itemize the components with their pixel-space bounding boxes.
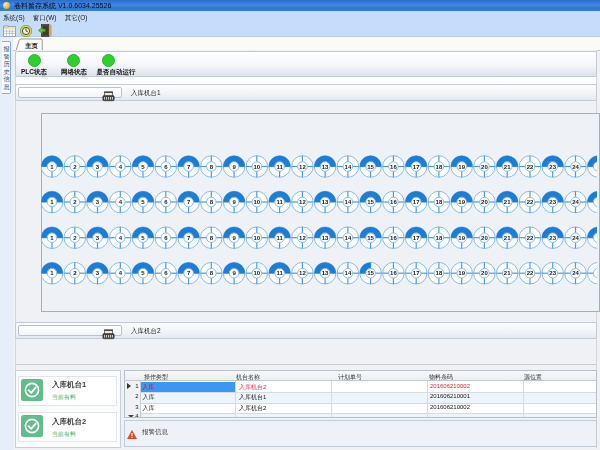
svg-text:11: 11: [276, 199, 283, 205]
svg-text:22: 22: [527, 199, 534, 205]
svg-text:息: 息: [2, 83, 10, 90]
svg-text:13: 13: [322, 235, 329, 241]
svg-text:20: 20: [481, 270, 488, 276]
svg-text:20: 20: [481, 199, 488, 205]
svg-text:10: 10: [253, 235, 260, 241]
svg-text:17: 17: [413, 199, 420, 205]
svg-text:22: 22: [527, 235, 534, 241]
svg-text:22: 22: [527, 164, 534, 170]
svg-text:20: 20: [481, 235, 488, 241]
svg-text:17: 17: [413, 235, 420, 241]
svg-text:21: 21: [504, 270, 511, 276]
svg-text:10: 10: [253, 164, 260, 170]
svg-text:18: 18: [436, 235, 443, 241]
svg-text:21: 21: [504, 164, 511, 170]
svg-text:12: 12: [299, 270, 306, 276]
svg-text:12: 12: [299, 199, 306, 205]
svg-text:13: 13: [322, 270, 329, 276]
svg-text:18: 18: [436, 164, 443, 170]
svg-text:13: 13: [322, 199, 329, 205]
svg-text:10: 10: [253, 270, 260, 276]
svg-text:16: 16: [390, 235, 397, 241]
svg-text:24: 24: [572, 164, 579, 170]
svg-text:19: 19: [458, 164, 465, 170]
svg-text:24: 24: [572, 199, 579, 205]
svg-text:报: 报: [2, 45, 9, 52]
svg-text:21: 21: [504, 235, 511, 241]
svg-text:24: 24: [572, 235, 579, 241]
svg-text:18: 18: [436, 199, 443, 205]
svg-text:18: 18: [436, 270, 443, 276]
svg-text:12: 12: [299, 235, 306, 241]
svg-text:20: 20: [481, 164, 488, 170]
svg-text:15: 15: [367, 270, 374, 276]
svg-text:17: 17: [413, 270, 420, 276]
svg-text:11: 11: [276, 235, 283, 241]
svg-text:12: 12: [299, 164, 306, 170]
svg-text:主页: 主页: [25, 42, 39, 50]
svg-text:14: 14: [345, 235, 352, 241]
svg-text:15: 15: [367, 164, 374, 170]
svg-text:19: 19: [458, 199, 465, 205]
svg-text:11: 11: [276, 270, 283, 276]
svg-text:10: 10: [253, 199, 260, 205]
svg-text:11: 11: [276, 164, 283, 170]
svg-text:22: 22: [527, 270, 534, 276]
svg-text:23: 23: [549, 164, 556, 170]
svg-text:19: 19: [458, 270, 465, 276]
svg-text:19: 19: [458, 235, 465, 241]
svg-text:15: 15: [367, 199, 374, 205]
svg-text:15: 15: [367, 235, 374, 241]
svg-text:23: 23: [549, 199, 556, 205]
svg-text:16: 16: [390, 270, 397, 276]
svg-text:14: 14: [345, 199, 352, 205]
svg-text:24: 24: [572, 270, 579, 276]
svg-text:14: 14: [345, 270, 352, 276]
svg-text:16: 16: [390, 199, 397, 205]
svg-text:16: 16: [390, 164, 397, 170]
svg-text:21: 21: [504, 199, 511, 205]
svg-text:23: 23: [549, 270, 556, 276]
svg-text:13: 13: [322, 164, 329, 170]
svg-text:23: 23: [549, 235, 556, 241]
svg-text:17: 17: [413, 164, 420, 170]
svg-text:14: 14: [345, 164, 352, 170]
